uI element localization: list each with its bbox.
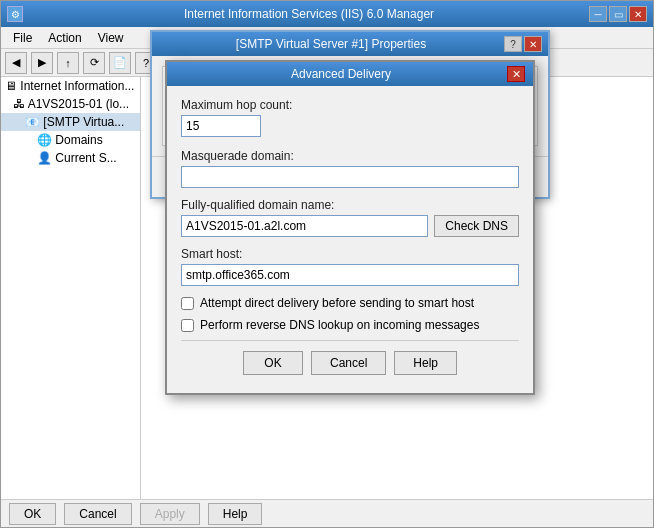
minimize-button[interactable]: ─ (589, 6, 607, 22)
smtp-title-controls: ? ✕ (504, 36, 542, 52)
menu-file[interactable]: File (5, 29, 40, 47)
dialog-ok-button[interactable]: OK (243, 351, 303, 375)
dialog-action-buttons: OK Cancel Help (181, 340, 519, 381)
smtp-properties-title-bar: [SMTP Virtual Server #1] Properties ? ✕ (152, 32, 548, 56)
sidebar-item-smtp[interactable]: 📧 [SMTP Virtua... (1, 113, 140, 131)
restore-button[interactable]: ▭ (609, 6, 627, 22)
dialog-cancel-button[interactable]: Cancel (311, 351, 386, 375)
forward-button[interactable]: ▶ (31, 52, 53, 74)
sidebar-item-server[interactable]: 🖧 A1VS2015-01 (lo... (1, 95, 140, 113)
fqdn-label: Fully-qualified domain name: (181, 198, 519, 212)
smart-host-input[interactable] (181, 264, 519, 286)
masquerade-domain-input[interactable] (181, 166, 519, 188)
computer-icon: 🖥 (5, 79, 20, 93)
sidebar-item-current-sessions[interactable]: 👤 Current S... (1, 149, 140, 167)
status-apply-button[interactable]: Apply (140, 503, 200, 525)
app-icon: ⚙ (7, 6, 23, 22)
smtp-icon: 📧 (25, 115, 43, 129)
server-icon: 🖧 (13, 97, 28, 111)
max-hop-count-label: Maximum hop count: (181, 98, 519, 112)
up-button[interactable]: ↑ (57, 52, 79, 74)
dialog-close-button[interactable]: ✕ (507, 66, 525, 82)
dialog-title: Advanced Delivery (175, 67, 507, 81)
sidebar-item-iis[interactable]: 🖥 Internet Information... (1, 77, 140, 95)
back-button[interactable]: ◀ (5, 52, 27, 74)
menu-view[interactable]: View (90, 29, 132, 47)
smtp-help-button[interactable]: ? (504, 36, 522, 52)
sidebar-tree: 🖥 Internet Information... 🖧 A1VS2015-01 … (1, 77, 141, 499)
smtp-properties-title: [SMTP Virtual Server #1] Properties (158, 37, 504, 51)
fqdn-input[interactable] (181, 215, 428, 237)
smart-host-label: Smart host: (181, 247, 519, 261)
menu-action[interactable]: Action (40, 29, 89, 47)
advanced-delivery-dialog: Advanced Delivery ✕ Maximum hop count: M… (165, 60, 535, 395)
title-bar: ⚙ Internet Information Services (IIS) 6.… (1, 1, 653, 27)
dialog-title-bar: Advanced Delivery ✕ (167, 62, 533, 86)
reverse-dns-label: Perform reverse DNS lookup on incoming m… (200, 318, 479, 332)
status-help-button[interactable]: Help (208, 503, 263, 525)
dialog-help-button[interactable]: Help (394, 351, 457, 375)
sidebar-item-domains[interactable]: 🌐 Domains (1, 131, 140, 149)
status-ok-button[interactable]: OK (9, 503, 56, 525)
dialog-body: Maximum hop count: Masquerade domain: Fu… (167, 86, 533, 393)
status-cancel-button[interactable]: Cancel (64, 503, 131, 525)
attempt-direct-row: Attempt direct delivery before sending t… (181, 296, 519, 310)
properties-button[interactable]: 📄 (109, 52, 131, 74)
main-window-title: Internet Information Services (IIS) 6.0 … (29, 7, 589, 21)
session-icon: 👤 (37, 151, 55, 165)
smtp-close-button[interactable]: ✕ (524, 36, 542, 52)
status-bar: OK Cancel Apply Help (1, 499, 653, 527)
attempt-direct-label: Attempt direct delivery before sending t… (200, 296, 474, 310)
refresh-button[interactable]: ⟳ (83, 52, 105, 74)
domains-icon: 🌐 (37, 133, 55, 147)
attempt-direct-checkbox[interactable] (181, 297, 194, 310)
masquerade-domain-label: Masquerade domain: (181, 149, 519, 163)
check-dns-button[interactable]: Check DNS (434, 215, 519, 237)
close-button[interactable]: ✕ (629, 6, 647, 22)
title-bar-controls: ─ ▭ ✕ (589, 6, 647, 22)
max-hop-count-input[interactable] (181, 115, 261, 137)
fqdn-row: Check DNS (181, 215, 519, 237)
reverse-dns-row: Perform reverse DNS lookup on incoming m… (181, 318, 519, 332)
reverse-dns-checkbox[interactable] (181, 319, 194, 332)
